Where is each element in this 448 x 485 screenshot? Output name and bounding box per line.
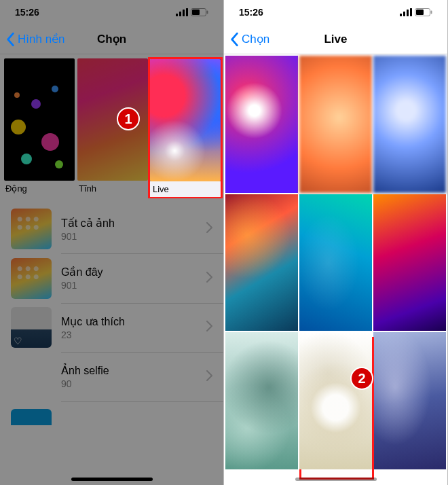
battery-icon xyxy=(191,8,208,16)
album-thumb xyxy=(11,258,52,299)
svg-rect-3 xyxy=(186,8,188,16)
category-label: Động xyxy=(4,181,75,196)
album-list: Tất cả ảnh 901 Gần đây 901 Mục ưa thích xyxy=(0,204,223,429)
home-indicator xyxy=(71,478,153,481)
status-bar: 15:26 xyxy=(224,0,447,24)
svg-rect-8 xyxy=(403,12,405,16)
category-thumb xyxy=(4,58,75,181)
live-wallpaper-item[interactable] xyxy=(299,332,372,469)
svg-rect-10 xyxy=(410,8,412,16)
back-button[interactable]: Hình nền xyxy=(0,24,65,54)
chevron-right-icon xyxy=(206,272,212,285)
album-count: 90 xyxy=(61,378,206,389)
live-wallpaper-item[interactable] xyxy=(225,56,298,193)
content-area xyxy=(224,54,447,485)
chevron-right-icon xyxy=(206,321,212,334)
live-wallpaper-item[interactable] xyxy=(373,194,446,331)
category-dynamic[interactable]: Động xyxy=(4,58,75,196)
live-wallpaper-grid xyxy=(224,54,447,471)
svg-rect-9 xyxy=(407,10,409,16)
chevron-right-icon xyxy=(206,222,212,236)
svg-rect-7 xyxy=(400,14,402,16)
back-label: Hình nền xyxy=(18,32,65,46)
svg-rect-2 xyxy=(183,10,185,16)
album-count: 23 xyxy=(61,329,206,340)
screenshot-right: 15:26 Chọn Live 2 xyxy=(224,0,448,485)
live-wallpaper-item[interactable] xyxy=(373,332,446,469)
album-favorites[interactable]: Mục ưa thích 23 xyxy=(0,303,223,352)
album-count: 901 xyxy=(61,231,206,242)
svg-rect-6 xyxy=(207,11,208,14)
home-indicator xyxy=(295,478,377,481)
svg-rect-12 xyxy=(416,10,424,15)
step-badge-2: 2 xyxy=(350,367,373,390)
battery-icon xyxy=(415,8,432,16)
screenshot-left: 15:26 Hình nền Chọn xyxy=(0,0,224,485)
album-selfies[interactable]: Ảnh selfie 90 xyxy=(0,353,223,401)
status-icons xyxy=(400,8,432,16)
svg-rect-0 xyxy=(176,14,178,16)
status-icons xyxy=(176,8,208,16)
status-time: 15:26 xyxy=(15,7,39,18)
signal-icon xyxy=(400,8,412,16)
live-wallpaper-item[interactable] xyxy=(299,56,372,193)
album-title: Tất cả ảnh xyxy=(61,217,206,230)
step-badge-1: 1 xyxy=(117,107,140,130)
album-thumb xyxy=(11,409,52,425)
live-wallpaper-item[interactable] xyxy=(225,332,298,469)
back-label: Chọn xyxy=(242,32,269,46)
svg-rect-1 xyxy=(179,12,181,16)
album-title: Gần đây xyxy=(61,266,206,279)
signal-icon xyxy=(176,8,188,16)
album-all-photos[interactable]: Tất cả ảnh 901 xyxy=(0,204,223,253)
svg-rect-13 xyxy=(431,11,432,14)
svg-rect-5 xyxy=(192,10,200,15)
live-wallpaper-item[interactable] xyxy=(299,194,372,331)
live-wallpaper-item[interactable] xyxy=(373,56,446,193)
category-static[interactable]: Tĩnh xyxy=(77,58,148,196)
album-count: 901 xyxy=(61,280,206,291)
album-title: Ảnh selfie xyxy=(61,364,206,377)
category-label: Tĩnh xyxy=(77,181,148,196)
album-thumb xyxy=(11,357,52,397)
nav-bar: Hình nền Chọn xyxy=(0,24,223,54)
status-bar: 15:26 xyxy=(0,0,223,24)
chevron-right-icon xyxy=(206,370,212,384)
status-time: 15:26 xyxy=(239,7,263,18)
category-live-overlay: Live xyxy=(150,59,221,197)
back-button[interactable]: Chọn xyxy=(224,24,269,54)
album-thumb xyxy=(11,209,52,249)
live-wallpaper-item[interactable] xyxy=(225,194,298,331)
album-thumb xyxy=(11,307,52,348)
nav-bar: Chọn Live xyxy=(224,24,447,54)
album-title: Mục ưa thích xyxy=(61,315,206,328)
album-partial[interactable] xyxy=(0,401,223,429)
album-recents[interactable]: Gần đây 901 xyxy=(0,254,223,303)
